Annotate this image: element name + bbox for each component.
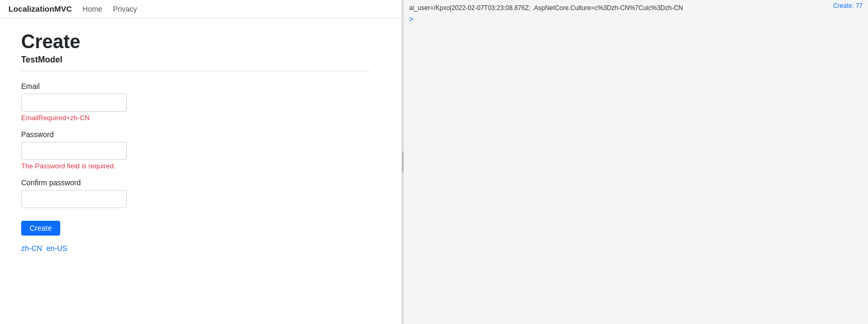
email-input[interactable] xyxy=(21,94,127,112)
email-label: Email xyxy=(21,82,380,91)
email-error: EmailRequired+zh-CN xyxy=(21,114,380,122)
locale-links: zh-CN en-US xyxy=(21,244,380,253)
create-button[interactable]: Create xyxy=(21,221,60,236)
confirm-password-input[interactable] xyxy=(21,190,127,208)
page-title: Create xyxy=(21,31,380,53)
password-input[interactable] xyxy=(21,142,127,160)
navbar-brand[interactable]: LocalizationMVC xyxy=(8,4,72,13)
right-panel-create-link[interactable]: Create: 77 xyxy=(833,2,863,10)
right-panel-arrow: > xyxy=(409,15,863,23)
left-panel: LocalizationMVC Home Privacy Create Test… xyxy=(0,0,402,324)
locale-link-en-us[interactable]: en-US xyxy=(47,244,68,253)
confirm-password-label: Confirm password xyxy=(21,178,380,187)
main-content: Create TestModel Email EmailRequired+zh-… xyxy=(0,18,401,324)
right-panel-cookie: ai_user=/Kpxo|2022-02-07T03:23:08.876Z; … xyxy=(409,3,863,13)
email-group: Email EmailRequired+zh-CN xyxy=(21,82,380,122)
password-label: Password xyxy=(21,130,380,139)
password-group: Password The Password field is required. xyxy=(21,130,380,170)
confirm-password-group: Confirm password xyxy=(21,178,380,208)
right-panel: Create: 77 ai_user=/Kpxo|2022-02-07T03:2… xyxy=(404,0,868,324)
form-divider xyxy=(21,71,370,71)
nav-link-privacy[interactable]: Privacy xyxy=(113,5,137,13)
locale-link-zh-cn[interactable]: zh-CN xyxy=(21,244,42,253)
page-subtitle: TestModel xyxy=(21,55,380,65)
nav-link-home[interactable]: Home xyxy=(82,5,102,13)
create-form: Email EmailRequired+zh-CN Password The P… xyxy=(21,82,380,244)
password-error: The Password field is required. xyxy=(21,162,380,170)
splitter-handle xyxy=(402,151,403,173)
navbar: LocalizationMVC Home Privacy xyxy=(0,0,401,18)
